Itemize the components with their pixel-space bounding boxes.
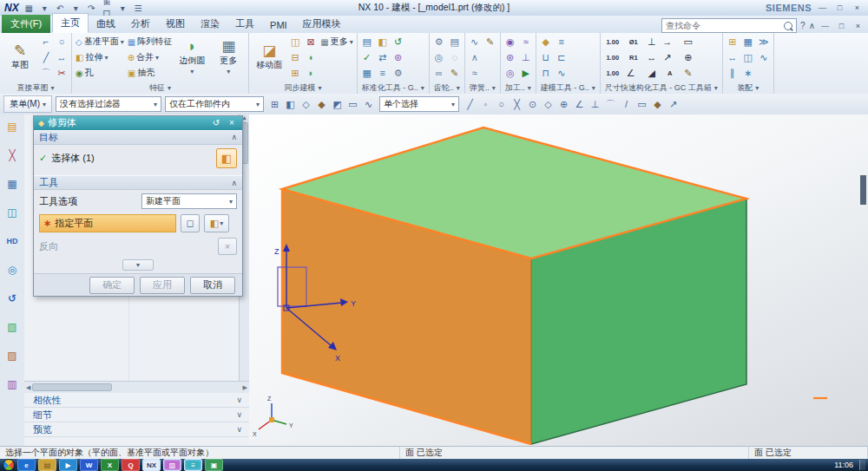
- circle-icon[interactable]: ○: [54, 34, 69, 49]
- pocket-icon[interactable]: ⊔: [538, 49, 554, 65]
- move-component-icon[interactable]: ↔: [725, 49, 740, 65]
- turn-icon[interactable]: ◎: [503, 65, 518, 81]
- taskbar-clock[interactable]: 11:06: [834, 461, 857, 469]
- messenger-icon[interactable]: Q: [122, 459, 140, 471]
- dialog-reset-button[interactable]: ↺: [210, 118, 222, 128]
- boss-icon[interactable]: ⊓: [538, 65, 554, 81]
- quick-access-customize-icon[interactable]: ☰: [133, 3, 144, 13]
- ribbon-group-label-direct-sketch[interactable]: 直接草图▾: [2, 82, 69, 94]
- image-viewer-icon[interactable]: ▣: [205, 459, 223, 471]
- select-body-row[interactable]: ✓ 选择体 (1) ◧: [34, 145, 242, 172]
- ribbon-group-label-modeling-tools[interactable]: 建模工具 - G..▾: [538, 82, 598, 94]
- tab-3[interactable]: 视图: [158, 15, 193, 33]
- spring-edit-icon[interactable]: ✎: [483, 34, 498, 49]
- dim-frame-icon[interactable]: ▭: [681, 34, 696, 49]
- tool-option-combo[interactable]: 新建平面 ▾: [141, 193, 237, 209]
- media-player-icon[interactable]: ▶: [59, 459, 77, 471]
- snap-center-icon[interactable]: ○: [494, 97, 509, 112]
- drill-icon[interactable]: ◉: [503, 34, 518, 49]
- snap-quadrant-icon[interactable]: ⊙: [525, 97, 540, 112]
- simulate-icon[interactable]: ▶: [518, 65, 534, 81]
- mill-icon[interactable]: ⊛: [503, 49, 518, 65]
- bolt-icon[interactable]: ◆: [538, 34, 554, 49]
- cylinder-gear-icon[interactable]: ⚙: [431, 34, 447, 49]
- child-minimize-button[interactable]: —: [819, 21, 832, 31]
- web-browser-icon[interactable]: ◎: [4, 263, 20, 277]
- panel-section-2[interactable]: 预览∨: [24, 422, 249, 437]
- redo-icon[interactable]: ↷: [86, 3, 97, 13]
- select-filter-face-icon[interactable]: ◧: [283, 97, 298, 112]
- child-restore-button[interactable]: □: [835, 21, 848, 31]
- dim-arrow-icon[interactable]: →: [660, 34, 675, 49]
- help-icon[interactable]: ?: [800, 21, 806, 30]
- edge-blend-button[interactable]: ◗边倒圆▾: [174, 34, 210, 81]
- snap-body-icon[interactable]: ◆: [650, 97, 665, 112]
- make-coplanar-icon[interactable]: ◖: [303, 49, 319, 65]
- snap-face-icon[interactable]: ▭: [635, 97, 649, 112]
- select-body-button[interactable]: ◧: [216, 148, 237, 168]
- line-icon[interactable]: ╱: [38, 49, 54, 65]
- exploded-view-icon[interactable]: ∗: [740, 65, 756, 81]
- start-button[interactable]: [3, 459, 15, 471]
- snap-line-icon[interactable]: /: [619, 97, 634, 112]
- dim-datum-icon[interactable]: ⊕: [681, 49, 696, 65]
- dim-perpendicular-icon[interactable]: ⊥: [644, 34, 660, 49]
- tab-1[interactable]: 曲线: [89, 15, 123, 33]
- tab-5[interactable]: 工具: [227, 15, 262, 33]
- dialog-expand-button[interactable]: ▼: [122, 259, 154, 271]
- tool-icon[interactable]: ⊥: [518, 49, 534, 65]
- gc-attribute-icon[interactable]: ≡: [375, 65, 391, 81]
- worm-gear-icon[interactable]: ◌: [447, 49, 463, 65]
- more-feature-button[interactable]: ▦更多▾: [210, 34, 247, 81]
- gc-cleanup-icon[interactable]: ↺: [391, 34, 406, 49]
- wave-link-icon[interactable]: ∿: [756, 49, 772, 65]
- dim-vertical-icon[interactable]: 1.00: [602, 65, 623, 81]
- add-component-icon[interactable]: ⊞: [725, 34, 740, 49]
- dim-text-icon[interactable]: A: [660, 65, 681, 81]
- snap-endpoint-icon[interactable]: ╱: [463, 97, 477, 112]
- offset-region-icon[interactable]: ⊟: [287, 49, 303, 65]
- highlight-selection-icon[interactable]: ◩: [330, 97, 345, 112]
- hd3d-tools-icon[interactable]: HD: [4, 234, 20, 248]
- tab-7[interactable]: 应用模块: [295, 15, 349, 33]
- more-sync-button[interactable]: ▦更多▾: [319, 34, 354, 49]
- nx-taskbar-icon[interactable]: NX: [142, 459, 161, 471]
- selection-mode-combo[interactable]: 单个选择 ▾: [379, 96, 459, 112]
- graphics-viewport[interactable]: Z Y X Z X Y: [249, 114, 868, 447]
- save-icon[interactable]: ▦: [23, 3, 35, 13]
- ribbon-group-label-spring[interactable]: 弹簧..▾: [467, 82, 498, 94]
- touch-mode-icon[interactable]: ⊞: [267, 97, 282, 112]
- pattern-feature-button[interactable]: ▦阵列特征: [126, 34, 174, 49]
- tab-0[interactable]: 主页: [52, 13, 89, 33]
- ribbon-group-label-gc-dimension-toolbox[interactable]: 尺寸快速构化工具 - GC 工具箱▾: [602, 82, 720, 94]
- unite-button[interactable]: ⊕合并▾: [126, 49, 174, 65]
- specify-plane-field[interactable]: ∗ 指定平面: [39, 214, 176, 232]
- profile-icon[interactable]: ⌐: [38, 34, 54, 49]
- mirror-assembly-icon[interactable]: ◫: [740, 49, 756, 65]
- tab-4[interactable]: 渲染: [193, 15, 227, 33]
- sequence-icon[interactable]: ≫: [756, 34, 772, 49]
- arc-icon[interactable]: ⌒: [38, 65, 54, 81]
- paint-icon[interactable]: ▨: [163, 459, 181, 471]
- leaf-spring-icon[interactable]: ≈: [467, 65, 483, 81]
- quick-trim-icon[interactable]: ✂: [54, 65, 69, 81]
- selection-filter-combo[interactable]: 没有选择过滤器 ▾: [56, 96, 161, 112]
- chevron-up-icon[interactable]: ∧: [231, 133, 237, 141]
- sketch-button[interactable]: ✎草图: [2, 34, 38, 81]
- dim-radius-icon[interactable]: R1: [623, 49, 644, 65]
- shell-button[interactable]: ▣抽壳: [126, 65, 174, 81]
- panel-section-0[interactable]: 相依性∨: [24, 393, 249, 408]
- dialog-title-bar[interactable]: ◆ 修剪体 ↺ ×: [34, 116, 242, 130]
- chevron-up-icon[interactable]: ∧: [231, 179, 237, 187]
- apply-button[interactable]: 应用: [140, 277, 185, 294]
- word-icon[interactable]: W: [80, 459, 98, 471]
- part-navigator-icon[interactable]: ▦: [4, 177, 20, 191]
- panel-section-1[interactable]: 细节∨: [24, 408, 249, 422]
- dim-angle-icon[interactable]: ∠: [623, 65, 639, 81]
- datum-plane-button[interactable]: ◇基准平面▾: [74, 34, 126, 49]
- window-close-button[interactable]: ×: [851, 3, 864, 13]
- bevel-gear-icon[interactable]: ◎: [431, 49, 447, 65]
- show-desktop-button[interactable]: [859, 460, 865, 470]
- assembly-constraints-icon[interactable]: ∥: [725, 65, 740, 81]
- dim-leader-icon[interactable]: ↗: [660, 49, 675, 65]
